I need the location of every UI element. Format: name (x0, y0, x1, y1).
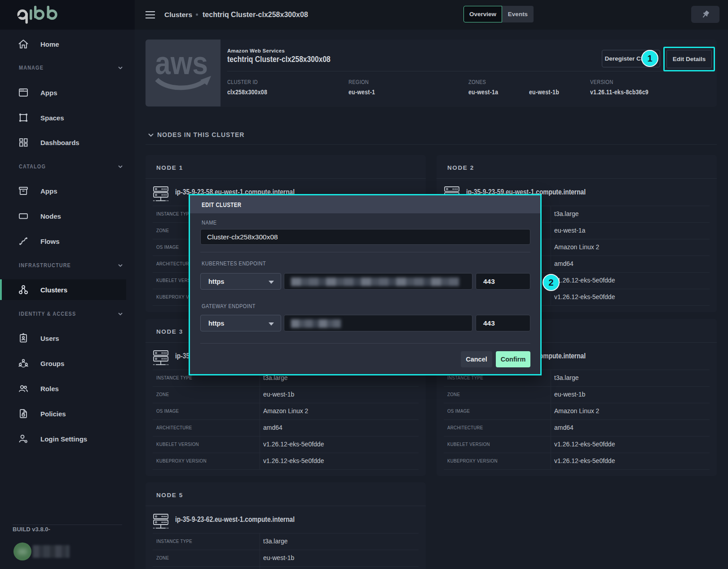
svg-text:aws: aws (155, 53, 208, 81)
